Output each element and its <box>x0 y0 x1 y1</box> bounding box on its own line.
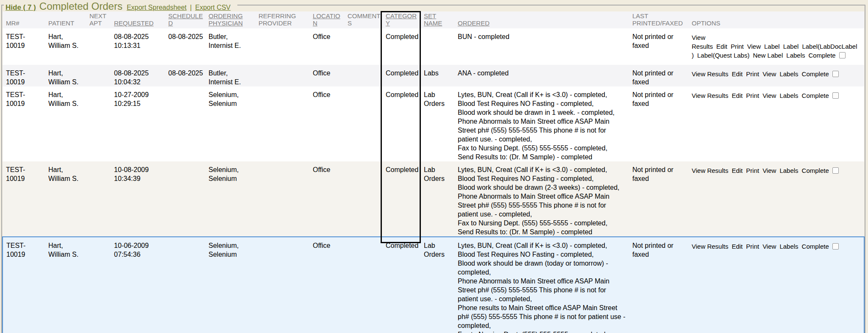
option-link[interactable]: Labels <box>779 243 798 250</box>
option-link[interactable]: View <box>762 167 776 174</box>
option-link[interactable]: Print <box>746 92 759 99</box>
complete-checkbox[interactable] <box>832 71 839 77</box>
option-link[interactable]: Complete <box>802 70 829 78</box>
cell-referring-provider <box>255 161 309 237</box>
ordered-item: Blood Test Requires NO Fasting - complet… <box>458 174 627 183</box>
option-link[interactable]: View <box>762 243 776 250</box>
cell-next-apt <box>86 237 111 333</box>
hide-link[interactable]: Hide ( 7 ) <box>6 3 36 12</box>
cell-ordering-physician: Selenium, Selenium <box>205 237 255 333</box>
option-link[interactable]: Complete <box>802 92 829 99</box>
cell-options: View ResultsEditPrintViewLabelLabelLabel… <box>688 28 864 65</box>
table-row: TEST-10019 Hart, William S. 08-08-2025 1… <box>3 65 864 86</box>
option-link[interactable]: View <box>747 43 761 50</box>
cell-scheduled: 08-08-2025 <box>165 65 205 86</box>
option-link[interactable]: Label <box>764 43 780 50</box>
col-header-requested[interactable]: REQUESTED <box>111 11 165 28</box>
complete-checkbox[interactable] <box>832 243 839 250</box>
completed-orders-panel: Hide ( 7 ) Completed Orders Export Sprea… <box>1 5 865 333</box>
cell-options: View ResultsEditPrintViewLabelsComplete <box>688 161 864 237</box>
option-link[interactable]: New Label <box>753 52 783 59</box>
cell-location: Office <box>309 237 344 333</box>
cell-patient: Hart, William S. <box>45 237 86 333</box>
cell-comments <box>344 161 382 237</box>
cell-set-name: Labs <box>420 65 454 86</box>
option-link[interactable]: Labels <box>779 92 798 99</box>
cell-set-name: Lab Orders <box>420 237 454 333</box>
cell-referring-provider <box>255 65 309 86</box>
option-link[interactable]: View Results <box>692 167 728 174</box>
table-row: TEST-10019 Hart, William S. 10-27-2009 1… <box>3 86 864 161</box>
cell-scheduled: 08-08-2025 <box>165 28 205 65</box>
export-csv-link[interactable]: Export CSV <box>195 4 231 11</box>
option-link[interactable]: Edit <box>732 70 743 78</box>
ordered-item: Fax to Nursing Dept. (555) 555-5555 - co… <box>458 219 627 228</box>
cell-ordered: BUN - completed <box>454 28 629 65</box>
option-link[interactable]: Labels <box>779 167 798 174</box>
option-link[interactable]: Edit <box>732 167 743 174</box>
option-link[interactable]: Edit <box>732 92 743 99</box>
option-link[interactable]: View <box>762 70 776 78</box>
complete-checkbox[interactable] <box>832 92 839 99</box>
cell-mr: TEST-10019 <box>3 161 45 237</box>
col-header-last-printed-faxed: LAST PRINTED/FAXED <box>629 11 688 28</box>
cell-scheduled <box>165 86 205 161</box>
cell-location: Office <box>309 65 344 86</box>
option-link[interactable]: Print <box>746 243 759 250</box>
ordered-item: ANA - completed <box>458 69 627 78</box>
cell-requested: 08-08-2025 10:04:32 <box>111 65 165 86</box>
cell-comments <box>344 86 382 161</box>
cell-category: Completed <box>382 28 420 65</box>
ordered-item: Phone results to Main Street office ASAP… <box>458 303 627 330</box>
cell-mr: TEST-10019 <box>3 65 45 86</box>
cell-requested: 10-27-2009 10:29:15 <box>111 86 165 161</box>
option-link[interactable]: View Results <box>692 92 728 99</box>
option-link[interactable]: Edit <box>732 243 743 250</box>
option-link[interactable]: View Results <box>692 70 728 78</box>
option-link[interactable]: Labels <box>779 70 798 78</box>
cell-category: Completed <box>382 86 420 161</box>
cell-ordered: Lytes, BUN, Creat (Call if K+ is <3.0) -… <box>454 86 629 161</box>
cell-next-apt <box>86 161 111 237</box>
col-header-set-name[interactable]: SET NAME <box>420 11 454 28</box>
col-header-ordered[interactable]: ORDERED <box>454 11 629 28</box>
ordered-item: Blood work should be drawn (today or tom… <box>458 259 627 277</box>
option-link[interactable]: View Results <box>692 34 713 50</box>
option-link[interactable]: Print <box>746 70 759 78</box>
ordered-item: Phone Abnormals to Main Street office AS… <box>458 277 627 303</box>
cell-set-name: Lab Orders <box>420 86 454 161</box>
completed-orders-table: MR# PATIENT NEXT APT REQUESTED SCHEDULED… <box>2 11 865 333</box>
option-link[interactable]: Edit <box>716 43 727 50</box>
export-spreadsheet-link[interactable]: Export Spreadsheet <box>127 4 186 11</box>
cell-mr: TEST-10019 <box>3 86 45 161</box>
complete-checkbox[interactable] <box>832 167 839 174</box>
col-header-ordering-physician[interactable]: ORDERING PHYSICIAN <box>205 11 255 28</box>
option-link[interactable]: Complete <box>802 167 829 174</box>
option-link[interactable]: Complete <box>802 243 829 250</box>
table-row: TEST-10019 Hart, William S. 10-08-2009 1… <box>3 161 864 237</box>
option-link[interactable]: Label <box>783 43 799 50</box>
ordered-item: Lytes, BUN, Creat (Call if K+ is <3.0) -… <box>458 241 627 250</box>
ordered-item: Fax to Nursing Dept. (555) 555-5555 - co… <box>458 144 627 153</box>
option-link[interactable]: Labels <box>786 52 805 59</box>
cell-referring-provider <box>255 237 309 333</box>
col-header-location[interactable]: LOCATION <box>309 11 344 28</box>
cell-last-printed-faxed: Not printed or faxed <box>629 28 688 65</box>
cell-comments <box>344 237 382 333</box>
option-link[interactable]: View Results <box>692 243 728 250</box>
cell-patient: Hart, William S. <box>45 28 86 65</box>
option-link[interactable]: Print <box>731 43 744 50</box>
option-link[interactable]: Label(Quest Labs) <box>697 52 749 59</box>
option-link[interactable]: Print <box>746 167 759 174</box>
cell-mr: TEST-10019 <box>3 237 45 333</box>
col-header-category[interactable]: CATEGORY <box>382 11 420 28</box>
cell-last-printed-faxed: Not printed or faxed <box>629 237 688 333</box>
option-link[interactable]: Complete <box>809 52 836 59</box>
ordered-item: Phone Abnormals to Main Street office AS… <box>458 192 627 219</box>
col-header-scheduled[interactable]: SCHEDULED <box>165 11 205 28</box>
cell-options: View ResultsEditPrintViewLabelsComplete <box>688 237 864 333</box>
table-row: TEST-10019 Hart, William S. 08-08-2025 1… <box>3 28 864 65</box>
option-link[interactable]: View <box>762 92 776 99</box>
ordered-item: Blood Test Requires NO Fasting - complet… <box>458 250 627 259</box>
complete-checkbox[interactable] <box>839 52 846 58</box>
